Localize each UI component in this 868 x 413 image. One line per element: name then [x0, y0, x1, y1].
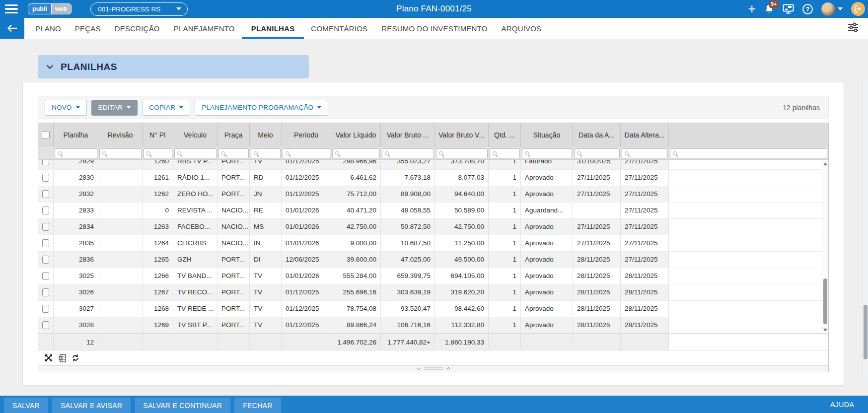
cell-praca[interactable]: PORT... — [217, 170, 250, 186]
cell-planilha[interactable]: 3026 — [54, 284, 98, 301]
cell-praca[interactable]: PORT... — [217, 160, 250, 170]
cell-situacao[interactable]: Faturado — [521, 160, 573, 170]
cell-valor_liquido[interactable]: 6.461,62 — [331, 170, 381, 186]
cell-valor_bruto[interactable]: 50.872,50 — [381, 219, 435, 235]
footer-button-salvar[interactable]: SALVAR — [4, 398, 48, 413]
table-row[interactable]: 30261267TV RECO...PORT...TV01/12/2025255… — [38, 284, 828, 301]
table-row[interactable]: 28321262ZERO HO...PORT...JN01/12/202575.… — [38, 186, 828, 203]
scrollbar-thumb[interactable] — [823, 278, 827, 324]
cell-valor_liquido[interactable]: 42.750,00 — [331, 219, 381, 235]
filter-input-data_altera[interactable] — [622, 148, 668, 158]
scroll-down-icon[interactable] — [823, 329, 827, 332]
cell-planilha[interactable]: 3028 — [54, 317, 98, 334]
cell-valor_liquido[interactable]: 555.284,00 — [331, 268, 381, 284]
cell-periodo[interactable]: 01/01/2026 — [282, 235, 331, 252]
cell-valor_bruto[interactable]: 303.639,19 — [381, 284, 435, 301]
cell-valor_liquido[interactable]: 39.600,00 — [331, 252, 381, 268]
cell-valor_liquido[interactable]: 75.712,00 — [331, 186, 381, 203]
cell-revisao[interactable] — [98, 219, 143, 235]
monitor-icon[interactable] — [783, 4, 794, 14]
column-header-valor_bruto[interactable]: Valor Bruto ... — [381, 123, 435, 147]
column-header-situacao[interactable]: Situação — [521, 123, 573, 147]
company-select[interactable]: 001-PROGRESS RS — [90, 2, 188, 16]
cell-periodo[interactable]: 01/01/2026 — [282, 219, 331, 235]
tab-descricao[interactable]: DESCRIÇÃO — [108, 18, 167, 39]
cell-data_da_a[interactable]: 28/11/2025 — [573, 317, 621, 334]
cell-valor_bruto_v[interactable]: 112.332,80 — [435, 317, 489, 334]
cell-planilha[interactable]: 3025 — [54, 268, 98, 284]
column-header-data_altera[interactable]: Data Altera... — [621, 123, 669, 147]
toolbar-button-copiar[interactable]: COPIAR — [142, 100, 190, 116]
tab-arquivos[interactable]: ARQUIVOS — [495, 18, 549, 39]
cell-qtd[interactable]: 1 — [489, 203, 521, 219]
cell-meio[interactable]: TV — [250, 317, 282, 334]
cell-situacao[interactable]: Aprovado — [521, 301, 573, 317]
cell-data_altera[interactable]: 27/11/2025 — [621, 160, 669, 170]
cell-praca[interactable]: NACIO... — [217, 203, 250, 219]
cell-data_altera[interactable]: 27/11/2025 — [621, 235, 669, 252]
cell-qtd[interactable]: 1 — [489, 170, 521, 186]
filter-input-valor_bruto_v[interactable] — [436, 148, 488, 158]
cell-periodo[interactable]: 01/12/2025 — [282, 317, 331, 334]
filter-input-planilha[interactable] — [55, 148, 97, 158]
cell-periodo[interactable]: 01/12/2025 — [282, 186, 331, 203]
page-scrollbar-thumb[interactable] — [864, 305, 868, 359]
column-header-revisao[interactable]: Revisão — [98, 123, 143, 147]
cell-n_pi[interactable]: 1262 — [143, 186, 173, 203]
cell-planilha[interactable]: 2829 — [54, 160, 98, 170]
cell-valor_liquido[interactable]: 78.754,08 — [331, 301, 381, 317]
cell-situacao[interactable]: Aprovado — [521, 252, 573, 268]
cell-data_da_a[interactable]: 27/11/2025 — [573, 170, 621, 186]
plus-icon[interactable]: + — [748, 2, 756, 16]
cell-revisao[interactable] — [98, 284, 143, 301]
cell-data_altera[interactable]: 27/11/2025 — [621, 252, 669, 268]
cell-planilha[interactable]: 2830 — [54, 170, 98, 186]
cell-meio[interactable]: TV — [250, 301, 282, 317]
cell-valor_bruto_v[interactable]: 694.105,00 — [435, 268, 489, 284]
excel-export-icon[interactable] — [58, 353, 67, 362]
cell-revisao[interactable] — [98, 235, 143, 252]
tab-plano[interactable]: PLANO — [28, 18, 68, 39]
cell-meio[interactable]: TV — [250, 160, 282, 170]
cell-data_da_a[interactable]: 27/11/2025 — [573, 235, 621, 252]
cell-valor_bruto[interactable]: 93.520,47 — [381, 301, 435, 317]
cell-data_da_a[interactable]: 28/11/2025 — [573, 252, 621, 268]
cell-veiculo[interactable]: CLICRBS — [173, 235, 217, 252]
cell-praca[interactable]: NACIO... — [217, 235, 250, 252]
cell-meio[interactable]: RE — [250, 203, 282, 219]
filter-input-n_pi[interactable] — [144, 148, 172, 158]
cell-valor_liquido[interactable]: 298.966,96 — [331, 160, 381, 170]
cell-meio[interactable]: JN — [250, 186, 282, 203]
cell-valor_bruto[interactable]: 89.908,00 — [381, 186, 435, 203]
row-checkbox[interactable] — [42, 288, 49, 296]
cell-data_altera[interactable]: 28/11/2025 — [621, 301, 669, 317]
cell-n_pi[interactable]: 1260 — [143, 160, 173, 170]
row-checkbox[interactable] — [42, 206, 49, 214]
cell-periodo[interactable]: 01/01/2026 — [282, 203, 331, 219]
cell-situacao[interactable]: Aprovado — [521, 235, 573, 252]
cell-valor_bruto[interactable]: 10.687,50 — [381, 235, 435, 252]
filter-input-valor_liquido[interactable] — [332, 148, 380, 158]
cell-planilha[interactable]: 2832 — [54, 186, 98, 203]
cell-situacao[interactable]: Aprovado — [521, 219, 573, 235]
cell-valor_bruto[interactable]: 7.673,18 — [381, 170, 435, 186]
collapse-down-icon[interactable] — [416, 366, 420, 370]
footer-button-salvar-e-avisar[interactable]: SALVAR E AVISAR — [52, 398, 131, 413]
cell-qtd[interactable]: 1 — [489, 284, 521, 301]
cell-data_altera[interactable]: 28/11/2025 — [621, 268, 669, 284]
back-button[interactable] — [0, 18, 24, 39]
cell-qtd[interactable]: 1 — [489, 252, 521, 268]
cell-qtd[interactable]: 1 — [489, 219, 521, 235]
cell-valor_bruto_v[interactable]: 49.500,00 — [435, 252, 489, 268]
cell-periodo[interactable]: 01/12/2025 — [282, 301, 331, 317]
cell-data_altera[interactable]: 28/11/2025 — [621, 317, 669, 334]
cell-situacao[interactable]: Aprovado — [521, 186, 573, 203]
cell-data_altera[interactable]: 27/11/2025 — [621, 170, 669, 186]
tab-comentarios[interactable]: COMENTÁRIOS — [304, 18, 374, 39]
cell-planilha[interactable]: 2833 — [54, 203, 98, 219]
help-icon[interactable]: ? — [802, 4, 813, 14]
toolbar-button-novo[interactable]: NOVO — [45, 100, 87, 116]
cell-planilha[interactable]: 2835 — [54, 235, 98, 252]
logout-icon[interactable] — [851, 2, 865, 16]
tab-planejamento[interactable]: PLANEJAMENTO — [167, 18, 242, 39]
